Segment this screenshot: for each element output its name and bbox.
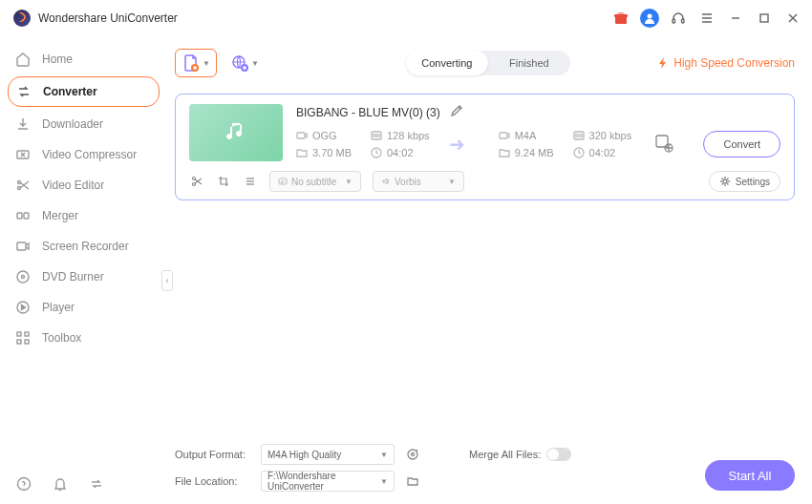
file-name: BIGBANG - BLUE MV(0) (3)	[296, 106, 440, 119]
merge-label: Merge All Files:	[469, 449, 541, 460]
sidebar-item-converter[interactable]: Converter	[8, 76, 160, 107]
file-location-value: F:\Wondershare UniConverter	[267, 471, 380, 492]
sidebar-item-label: Screen Recorder	[42, 240, 129, 253]
add-file-button[interactable]: ▼	[175, 49, 217, 77]
dst-bitrate: 320 kbps	[589, 130, 632, 141]
svg-rect-23	[17, 340, 21, 344]
main-panel: ▼ ▼ Converting Finished High Speed Conve…	[167, 36, 812, 504]
sidebar-item-label: Video Editor	[42, 178, 104, 192]
audio-dropdown[interactable]: Vorbis▼	[373, 171, 464, 192]
bell-icon[interactable]	[52, 475, 69, 493]
sidebar-item-downloader[interactable]: Downloader	[0, 109, 167, 139]
tab-group: Converting Finished	[406, 51, 570, 75]
clock-icon	[573, 147, 585, 158]
chevron-down-icon: ▼	[203, 59, 210, 68]
close-button[interactable]	[783, 10, 802, 26]
merge-toggle[interactable]	[546, 448, 571, 461]
headset-icon[interactable]	[669, 9, 688, 28]
file-location-label: File Location:	[175, 475, 251, 487]
tab-converting[interactable]: Converting	[406, 51, 488, 75]
svg-rect-22	[25, 332, 29, 336]
more-icon[interactable]	[243, 174, 258, 189]
file-location-dropdown[interactable]: F:\Wondershare UniConverter▼	[261, 471, 395, 492]
svg-point-19	[22, 276, 25, 279]
svg-point-2	[648, 14, 652, 19]
tab-finished[interactable]: Finished	[488, 51, 570, 75]
menu-icon[interactable]	[697, 9, 716, 28]
converter-icon	[16, 84, 32, 99]
svg-point-45	[412, 453, 415, 456]
video-icon	[296, 130, 308, 141]
gift-icon[interactable]	[611, 9, 630, 28]
sidebar-item-merger[interactable]: Merger	[0, 200, 167, 231]
sidebar-item-home[interactable]: Home	[0, 44, 167, 74]
svg-point-43	[723, 179, 727, 183]
sidebar-item-toolbox[interactable]: Toolbox	[0, 323, 167, 353]
transfer-icon[interactable]	[88, 475, 105, 493]
footer: Output Format: M4A High Quality▼ Merge A…	[175, 431, 795, 494]
maximize-button[interactable]	[755, 10, 774, 26]
dst-duration: 04:02	[589, 147, 616, 158]
sidebar-item-recorder[interactable]: Screen Recorder	[0, 231, 167, 262]
add-url-button[interactable]: ▼	[224, 49, 265, 77]
bitrate-icon	[573, 130, 585, 141]
audio-value: Vorbis	[395, 177, 421, 187]
output-format-label: Output Format:	[175, 449, 251, 460]
sidebar-item-label: Home	[42, 52, 73, 66]
chevron-down-icon: ▼	[251, 59, 259, 68]
svg-rect-24	[25, 340, 29, 344]
subtitle-dropdown[interactable]: No subtitle▼	[269, 171, 361, 192]
dst-format: M4A	[515, 130, 537, 141]
recorder-icon	[15, 239, 31, 254]
sidebar: Home Converter Downloader Video Compress…	[0, 36, 167, 504]
settings-label: Settings	[736, 177, 770, 187]
svg-rect-15	[17, 213, 22, 219]
sidebar-item-label: Converter	[43, 85, 97, 98]
start-all-button[interactable]: Start All	[705, 460, 795, 491]
open-folder-icon[interactable]	[404, 472, 421, 490]
minimize-button[interactable]	[726, 10, 745, 26]
subtitle-value: No subtitle	[291, 177, 336, 187]
format-settings-icon[interactable]	[653, 133, 674, 157]
sidebar-item-compressor[interactable]: Video Compressor	[0, 139, 167, 170]
sidebar-item-label: DVD Burner	[42, 270, 104, 284]
output-settings-icon[interactable]	[404, 446, 421, 463]
file-thumbnail[interactable]	[189, 104, 283, 161]
music-note-icon	[221, 117, 251, 148]
titlebar: Wondershare UniConverter	[0, 0, 812, 36]
video-icon	[499, 130, 510, 141]
help-icon[interactable]	[15, 475, 32, 493]
sidebar-item-label: Video Compressor	[42, 148, 137, 161]
compressor-icon	[15, 147, 31, 162]
download-icon	[15, 116, 31, 132]
sidebar-item-dvd[interactable]: DVD Burner	[0, 262, 167, 292]
src-format: OGG	[312, 130, 337, 141]
trim-icon[interactable]	[189, 174, 204, 189]
dst-size: 9.24 MB	[515, 147, 554, 158]
svg-rect-17	[17, 242, 26, 250]
user-avatar[interactable]	[640, 9, 659, 28]
src-bitrate: 128 kbps	[387, 130, 430, 141]
grid-icon	[15, 330, 31, 346]
svg-rect-9	[760, 14, 768, 22]
sidebar-item-editor[interactable]: Video Editor	[0, 170, 167, 200]
app-logo	[13, 10, 31, 27]
arrow-icon: ➜	[449, 133, 480, 156]
sidebar-item-label: Downloader	[42, 117, 103, 131]
svg-point-18	[17, 271, 29, 283]
crop-icon[interactable]	[216, 174, 231, 189]
output-format-dropdown[interactable]: M4A High Quality▼	[261, 444, 395, 465]
svg-rect-3	[673, 19, 675, 23]
svg-point-25	[18, 478, 31, 491]
disc-icon	[15, 269, 31, 284]
clock-icon	[371, 147, 382, 158]
svg-rect-21	[17, 332, 21, 336]
high-speed-conversion[interactable]: High Speed Conversion	[656, 56, 795, 70]
app-title: Wondershare UniConverter	[38, 11, 178, 25]
convert-button[interactable]: Convert	[703, 131, 780, 158]
svg-rect-16	[24, 213, 29, 219]
settings-button[interactable]: Settings	[709, 171, 780, 192]
edit-name-icon[interactable]	[450, 104, 463, 120]
sidebar-item-player[interactable]: Player	[0, 292, 167, 323]
svg-point-13	[18, 181, 21, 184]
